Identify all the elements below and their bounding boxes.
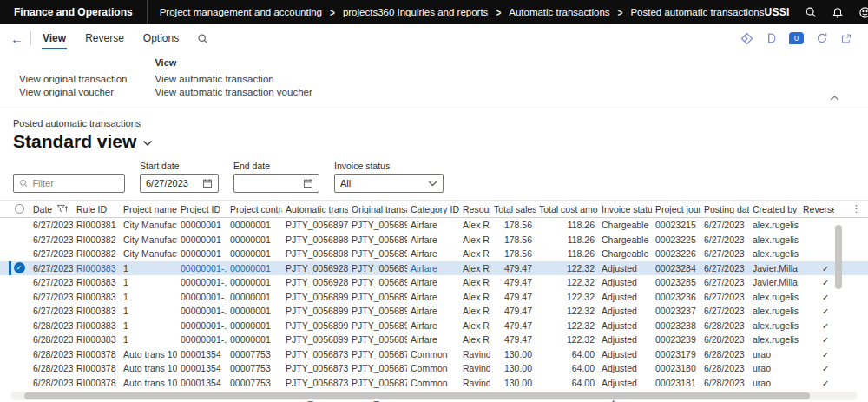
column-header-post[interactable]: Posting date — [700, 204, 749, 214]
table-row[interactable]: 6/28/2023RI000378Auto trans 100000135400… — [0, 347, 868, 362]
breadcrumb-item[interactable]: Project management and accounting — [160, 7, 322, 17]
back-arrow-icon[interactable]: ← — [10, 31, 23, 46]
cell-total-sales: 178.56 — [490, 220, 536, 230]
refresh-icon[interactable] — [816, 32, 828, 44]
table-row[interactable]: 6/28/2023RI000378Auto trans 100000135400… — [0, 361, 868, 376]
invoice-status-dropdown[interactable]: All — [334, 174, 444, 193]
cell-project-contract: 00000001 — [227, 334, 282, 345]
end-date-input[interactable] — [240, 178, 292, 188]
column-header-cre[interactable]: Created by — [749, 204, 799, 214]
column-header-inv[interactable]: Invoice status — [598, 204, 652, 214]
attachments-icon[interactable] — [766, 32, 777, 44]
view-automatic-transaction-voucher-button[interactable]: View automatic transaction voucher — [155, 87, 312, 97]
cell-invoice-status: Chargeable — [598, 220, 652, 230]
messages-icon[interactable]: 0 — [789, 32, 804, 44]
cell-resource: Alex R... — [459, 292, 490, 302]
cell-original-transaction: PJTY_00568917 — [348, 320, 407, 331]
chevron-right-icon: > — [496, 6, 501, 18]
open-in-new-window-icon[interactable] — [840, 33, 852, 44]
column-header-auto[interactable]: Automatic transac... — [282, 204, 348, 214]
breadcrumb-item[interactable]: Automatic transactions — [509, 7, 609, 17]
row-select-cell[interactable]: ✓ — [9, 262, 30, 273]
tab-options[interactable]: Options — [142, 30, 180, 47]
column-header-label: Project ID — [181, 204, 220, 214]
table-row[interactable]: 6/27/2023RI000383100000001-...00000001PJ… — [0, 304, 868, 319]
table-row[interactable]: 6/27/2023RI000383100000001-...00000001PJ… — [0, 275, 868, 290]
table-row[interactable]: ✓6/27/2023RI000383100000001-...00000001P… — [0, 261, 868, 276]
vertical-scrollbar[interactable] — [835, 225, 842, 289]
chevron-right-icon: > — [330, 6, 335, 18]
cell-category: Airfare — [407, 292, 459, 302]
column-header-orig[interactable]: Original transact... — [348, 204, 407, 214]
column-header-pj[interactable]: Project journ... — [652, 204, 700, 214]
view-original-transaction-button[interactable]: View original transaction — [19, 74, 127, 84]
search-icon[interactable] — [197, 33, 208, 44]
column-header-cost[interactable]: Total cost amo... — [536, 204, 598, 214]
calendar-icon[interactable] — [303, 178, 313, 188]
table-row[interactable]: 6/28/2023RI000383100000001-...00000001PJ… — [0, 333, 868, 347]
table-row[interactable]: 6/28/2023RI000378Auto trans 100000135400… — [0, 376, 868, 391]
column-header-date[interactable]: Date — [30, 204, 73, 214]
breadcrumb-item[interactable]: Posted automatic transactions — [630, 7, 764, 17]
grid-filter-field[interactable] — [13, 174, 125, 193]
topbar-actions: USSI ? — [764, 5, 868, 19]
column-header-label: Rule ID — [76, 204, 107, 214]
cell-rule-id: RI000383 — [73, 277, 120, 287]
column-header-rule[interactable]: Rule ID — [73, 204, 120, 214]
collapse-pane-chevron-up-icon[interactable] — [829, 95, 840, 102]
cell-rule-id: RI000383 — [73, 306, 120, 316]
cell-project-contract[interactable]: 00000001 — [227, 263, 282, 273]
table-row[interactable]: 6/27/2023RI000381City Manufact...0000000… — [0, 218, 868, 233]
company-selector[interactable]: USSI — [764, 6, 789, 18]
cell-project-name: 1 — [120, 334, 177, 345]
power-apps-icon[interactable] — [740, 32, 753, 45]
start-date-input[interactable] — [146, 178, 198, 188]
notifications-bell-icon[interactable] — [832, 6, 844, 19]
table-row[interactable]: 6/27/2023RI000383100000001-...00000001PJ… — [0, 290, 868, 305]
tab-view[interactable]: View — [42, 30, 67, 47]
view-selector[interactable]: Standard view — [13, 131, 868, 152]
column-header-cat[interactable]: Category ID — [407, 204, 459, 214]
column-header-pid[interactable]: Project ID — [177, 204, 227, 214]
cell-rule-id[interactable]: RI000383 — [73, 263, 120, 273]
cell-resource: Alex R... — [459, 277, 490, 287]
cell-resource: Alex R... — [459, 334, 490, 345]
column-header-sales[interactable]: Total sales ... — [490, 204, 536, 214]
table-row[interactable]: 6/27/2023RI000382City Manufact...0000000… — [0, 233, 868, 247]
cell-automatic-transaction: PJTY_00568736 — [282, 378, 348, 388]
cell-original-transaction: PJTY_00568731 — [348, 363, 407, 373]
calendar-icon[interactable] — [202, 178, 213, 188]
column-header-label: Total sales ... — [494, 204, 536, 214]
feedback-smiley-icon[interactable] — [858, 6, 868, 19]
cell-project-name: 1 — [120, 263, 177, 273]
column-header-res[interactable]: Resourc... — [459, 204, 490, 214]
app-title[interactable]: Finance and Operations — [0, 0, 148, 24]
cell-invoice-status: Adjusted — [598, 320, 652, 331]
cell-project-id[interactable]: 00000001-... — [177, 263, 227, 273]
cell-category[interactable]: Airfare — [407, 263, 459, 273]
breadcrumb-item[interactable]: projects360 Inquiries and reports — [343, 7, 489, 17]
cell-resource: Alex R... — [459, 263, 490, 273]
horizontal-scrollbar[interactable] — [10, 392, 858, 400]
cell-total-cost: 122.32 — [536, 334, 598, 345]
filter-input[interactable] — [32, 178, 119, 188]
view-original-voucher-button[interactable]: View original voucher — [19, 87, 127, 97]
cell-created-by: Javier.Milla — [749, 277, 799, 287]
view-automatic-transaction-button[interactable]: View automatic transaction — [155, 74, 312, 84]
select-all-circle[interactable] — [9, 204, 30, 214]
column-header-rev[interactable]: Reversed — [799, 204, 834, 214]
cell-project-journal: 00023226 — [652, 248, 700, 259]
column-header-label: Project contra... — [230, 204, 282, 214]
tab-reverse[interactable]: Reverse — [84, 30, 125, 47]
cell-posting-date: 6/27/2023 — [700, 292, 749, 302]
filter-sort-icon[interactable] — [56, 204, 69, 214]
horizontal-scrollbar-thumb[interactable] — [24, 392, 810, 399]
start-date-field[interactable] — [140, 174, 219, 193]
column-header-pcon[interactable]: Project contra... — [227, 204, 282, 214]
column-options-icon[interactable]: ⋮ — [852, 203, 868, 214]
table-row[interactable]: 6/27/2023RI000382City Manufact...0000000… — [0, 247, 868, 261]
column-header-pname[interactable]: Project name — [120, 204, 177, 214]
search-icon[interactable] — [805, 6, 817, 18]
table-row[interactable]: 6/28/2023RI000383100000001-...00000001PJ… — [0, 319, 868, 333]
end-date-field[interactable] — [233, 174, 319, 193]
